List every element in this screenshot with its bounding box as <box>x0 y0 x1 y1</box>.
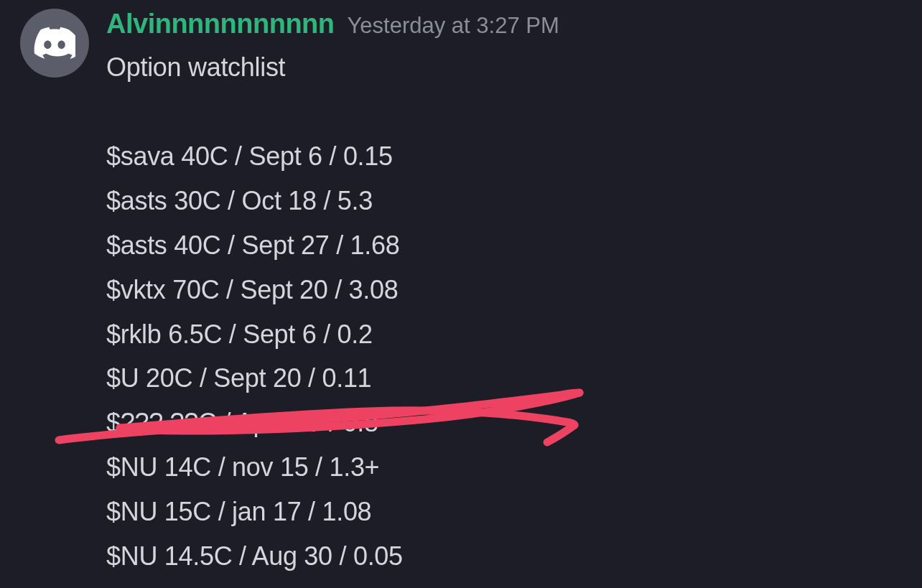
message-container: Alvinnnnnnnnnnn Yesterday at 3:27 PM Opt… <box>0 0 922 587</box>
avatar-wrapper <box>20 9 89 579</box>
watchlist-item: $NU 14C / nov 15 / 1.3+ <box>106 445 902 490</box>
username[interactable]: Alvinnnnnnnnnnn <box>106 9 335 39</box>
message-content: Option watchlist $sava 40C / Sept 6 / 0.… <box>106 45 902 579</box>
content-header-line: Option watchlist <box>106 45 902 90</box>
avatar[interactable] <box>20 9 89 78</box>
watchlist-item: $rklb 6.5C / Sept 6 / 0.2 <box>106 312 902 357</box>
scribbled-line-wrapper: $??? ??C / April 17 / 0.8 <box>106 401 902 445</box>
watchlist-item: $asts 30C / Oct 18 / 5.3 <box>106 179 902 223</box>
message-header: Alvinnnnnnnnnnn Yesterday at 3:27 PM <box>106 9 902 39</box>
blank-line <box>106 90 902 134</box>
timestamp: Yesterday at 3:27 PM <box>348 13 559 39</box>
watchlist-item: $U 20C / Sept 20 / 0.11 <box>106 356 902 401</box>
watchlist-item: $NU 14.5C / Aug 30 / 0.05 <box>106 534 902 579</box>
watchlist-item-scribbled: $??? ??C / April 17 / 0.8 <box>106 401 902 445</box>
watchlist-item: $vktx 70C / Sept 20 / 3.08 <box>106 268 902 312</box>
watchlist-item: $NU 15C / jan 17 / 1.08 <box>106 490 902 534</box>
discord-logo-icon <box>34 22 75 64</box>
watchlist-item: $asts 40C / Sept 27 / 1.68 <box>106 223 902 268</box>
message-body: Alvinnnnnnnnnnn Yesterday at 3:27 PM Opt… <box>106 9 902 579</box>
watchlist-item: $sava 40C / Sept 6 / 0.15 <box>106 134 902 179</box>
